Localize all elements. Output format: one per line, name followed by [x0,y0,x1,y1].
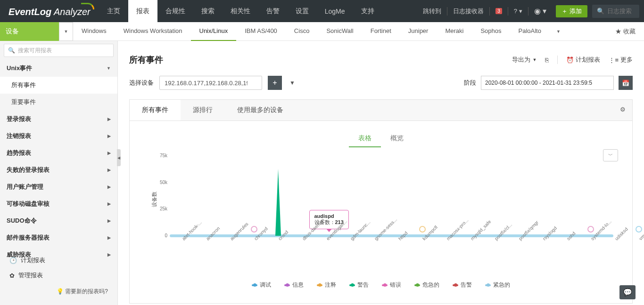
add-device-button[interactable]: + [268,76,282,90]
sidebar-search-wrap: 🔍 搜索可用报表 [0,41,117,60]
device-tabs-more[interactable]: ▼ [550,29,567,34]
sidebar-sub-所有事件[interactable]: 所有事件 [0,77,117,94]
nav-报表[interactable]: 报表 [128,0,157,22]
export-dropdown[interactable]: 导出为 ▼ [512,56,537,64]
filter-row: 选择设备 + ▼ 阶段 2020-08-01 00:00:00 - 2021-0… [118,73,644,99]
main-nav: 主页报表合规性搜索相关性告警设置LogMe支持 [99,0,382,22]
log-search-input[interactable]: 🔍日志搜索 [592,5,639,18]
chevron-down-icon: ▼ [107,66,111,71]
top-bar: EventLog Analyzer 主页报表合规性搜索相关性告警设置LogMe支… [0,0,644,22]
clock-icon: 🕑 [9,257,17,264]
log-receiver-link[interactable]: 日志接收器 [447,0,489,22]
device-tab-Sophos[interactable]: Sophos [472,22,510,41]
nav-合规性[interactable]: 合规性 [157,0,193,22]
more-menu[interactable]: ⋮≡ 更多 [609,56,633,64]
sidebar-section-可移动磁盘审核[interactable]: 可移动磁盘审核▶ [0,195,117,212]
nav-搜索[interactable]: 搜索 [193,0,223,22]
legend-告警[interactable]: 告警 [453,281,472,289]
sidebar-schedule-reports[interactable]: 🕑计划报表 [0,253,117,268]
panel-tab-所有事件[interactable]: 所有事件 [130,100,181,120]
notifications-badge[interactable]: 3 [490,0,508,22]
sidebar-section-邮件服务器报表[interactable]: 邮件服务器报表▶ [0,229,117,246]
panel-tab-源排行[interactable]: 源排行 [181,100,225,120]
subtab-表格[interactable]: 表格 [349,130,381,147]
legend-注释[interactable]: 注释 [317,281,336,289]
search-icon: 🔍 [597,8,604,15]
nav-支持[interactable]: 支持 [353,0,382,22]
x-axis-labels: abrt-hook-...anacronaugenruleschronydcro… [170,237,613,264]
legend-警告[interactable]: 警告 [349,281,369,289]
period-label: 阶段 [464,79,476,87]
sidebar-section-用户账户管理[interactable]: 用户账户管理▶ [0,178,117,195]
jump-to-link[interactable]: 跳转到 [417,0,447,22]
chart-subtabs: 表格概览 [144,130,618,147]
sidebar-section-unix-events[interactable]: Unix事件▼ [0,60,117,77]
sidebar-section-失败的登录报表[interactable]: 失败的登录报表▶ [0,161,117,178]
sidebar-help-new-report[interactable]: 需要新的报表吗? [0,283,117,300]
help-icon[interactable]: ? ▾ [508,0,528,22]
chart-panel: 所有事件源排行使用最多的设备 ⚙ 表格概览 ﹀ 设备数 025k50k75k a… [129,99,633,304]
device-tab-Cisco[interactable]: Cisco [286,22,318,41]
device-tab-Windows Workstation[interactable]: Windows Workstation [115,22,191,41]
chevron-right-icon: ▶ [107,117,111,121]
sidebar-section-SUDO命令[interactable]: SUDO命令▶ [0,212,117,229]
panel-tab-使用最多的设备[interactable]: 使用最多的设备 [225,100,296,120]
filter-icon[interactable]: ▼ [288,80,297,86]
device-tab-Fortinet[interactable]: Fortinet [362,22,400,41]
nav-LogMe[interactable]: LogMe [317,0,353,22]
user-menu[interactable]: ◉ ▾ [528,0,552,22]
nav-相关性[interactable]: 相关性 [223,0,258,22]
gear-icon: ✿ [9,272,15,279]
select-device-label: 选择设备 [129,79,154,87]
device-tab-SonicWall[interactable]: SonicWall [318,22,362,41]
device-tab-Windows[interactable]: Windows [73,22,115,41]
nav-设置[interactable]: 设置 [288,0,317,22]
sidebar-manage-reports[interactable]: ✿管理报表 [0,268,117,283]
panel-tabs: 所有事件源排行使用最多的设备 ⚙ [130,100,632,121]
device-category-dropdown[interactable]: 设备 ▼ [0,22,73,41]
page-header: 所有事件 导出为 ▼ ⎘ ⏰ 计划报表 ⋮≡ 更多 [118,41,644,73]
device-type-tabs: WindowsWindows WorkstationUnix/LinuxIBM … [73,22,550,41]
sidebar-sub-重要事件[interactable]: 重要事件 [0,94,117,111]
main-content: 所有事件 导出为 ▼ ⎘ ⏰ 计划报表 ⋮≡ 更多 选择设备 + ▼ 阶段 20… [118,41,644,305]
calendar-button[interactable]: 📅 [619,76,633,90]
chevron-down-icon[interactable]: ▼ [59,22,73,41]
nav-主页[interactable]: 主页 [99,0,128,22]
add-button[interactable]: ＋添加 [556,5,587,17]
logo-arc-icon [81,3,94,9]
device-tab-Unix/Linux[interactable]: Unix/Linux [191,22,237,41]
sidebar-collapse-handle[interactable]: ◀ [117,149,121,166]
list-icon: ⋮≡ [609,56,619,64]
chat-help-button[interactable]: 💬 [619,285,636,299]
sidebar-bottom: 🕑计划报表 ✿管理报表 需要新的报表吗? [0,248,117,305]
subtab-概览[interactable]: 概览 [381,130,413,147]
chevron-right-icon: ▶ [107,218,111,223]
date-range-input[interactable]: 2020-08-01 00:00:00 - 2021-01-31 23:59:5 [481,76,614,90]
device-tab-Juniper[interactable]: Juniper [400,22,437,41]
device-tab-IBM AS/400[interactable]: IBM AS/400 [236,22,286,41]
sidebar-section-注销报表[interactable]: 注销报表▶ [0,128,117,144]
device-tab-PaloAlto[interactable]: PaloAlto [510,22,550,41]
legend-紧急的[interactable]: 紧急的 [485,281,510,289]
chevron-right-icon: ▶ [107,151,111,155]
chevron-right-icon: ▶ [107,201,111,206]
device-type-bar: 设备 ▼ WindowsWindows WorkstationUnix/Linu… [0,22,644,41]
sidebar-search-input[interactable]: 🔍 搜索可用报表 [4,44,114,57]
sidebar-section-登录报表[interactable]: 登录报表▶ [0,111,117,128]
panel-settings-icon[interactable]: ⚙ [613,100,632,120]
device-tab-Meraki[interactable]: Meraki [437,22,472,41]
device-input[interactable] [159,76,262,90]
nav-告警[interactable]: 告警 [258,0,288,22]
legend-错误[interactable]: 错误 [382,281,401,289]
pin-icon[interactable]: ⎘ [545,56,549,64]
clock-icon: ⏰ [566,56,574,64]
sidebar-section-趋势报表[interactable]: 趋势报表▶ [0,144,117,161]
legend-信息[interactable]: 信息 [284,281,304,289]
legend-危急的[interactable]: 危急的 [414,281,439,289]
favorite-button[interactable]: ★ 收藏 [607,27,644,36]
legend-调试[interactable]: 调试 [252,281,271,289]
chevron-right-icon: ▶ [107,134,111,138]
reports-sidebar: 🔍 搜索可用报表 Unix事件▼ 所有事件重要事件 登录报表▶注销报表▶趋势报表… [0,41,118,305]
schedule-report-button[interactable]: ⏰ 计划报表 [566,56,600,64]
events-chart: 设备数 025k50k75k audispd设备数：213 abrt-hook-… [149,156,613,264]
